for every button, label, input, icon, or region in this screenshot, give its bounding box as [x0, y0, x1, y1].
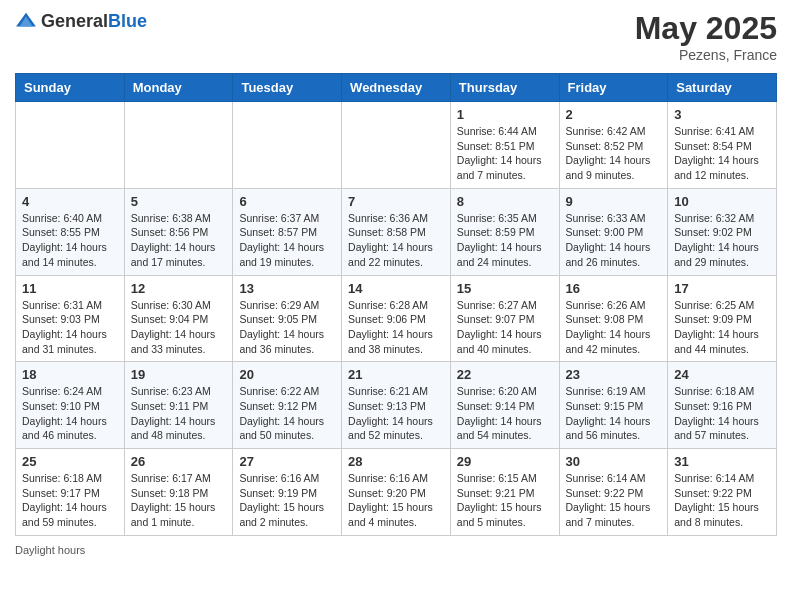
- calendar-cell: 9Sunrise: 6:33 AMSunset: 9:00 PMDaylight…: [559, 188, 668, 275]
- weekday-header-wednesday: Wednesday: [342, 74, 451, 102]
- daylight-text: Daylight: 14 hours and 46 minutes.: [22, 414, 118, 443]
- daylight-text: Daylight: 15 hours and 7 minutes.: [566, 500, 662, 529]
- day-number: 6: [239, 194, 335, 209]
- calendar-cell: 8Sunrise: 6:35 AMSunset: 8:59 PMDaylight…: [450, 188, 559, 275]
- sunset-text: Sunset: 9:11 PM: [131, 399, 227, 414]
- day-number: 28: [348, 454, 444, 469]
- day-number: 31: [674, 454, 770, 469]
- sunrise-text: Sunrise: 6:42 AM: [566, 124, 662, 139]
- calendar-cell: 6Sunrise: 6:37 AMSunset: 8:57 PMDaylight…: [233, 188, 342, 275]
- daylight-text: Daylight: 14 hours and 52 minutes.: [348, 414, 444, 443]
- sunset-text: Sunset: 9:17 PM: [22, 486, 118, 501]
- location-title: Pezens, France: [635, 47, 777, 63]
- sunset-text: Sunset: 9:04 PM: [131, 312, 227, 327]
- day-number: 5: [131, 194, 227, 209]
- daylight-text: Daylight: 15 hours and 1 minute.: [131, 500, 227, 529]
- daylight-text: Daylight: 14 hours and 12 minutes.: [674, 153, 770, 182]
- daylight-text: Daylight: 14 hours and 26 minutes.: [566, 240, 662, 269]
- sunset-text: Sunset: 9:22 PM: [674, 486, 770, 501]
- sunset-text: Sunset: 9:07 PM: [457, 312, 553, 327]
- daylight-text: Daylight: 14 hours and 59 minutes.: [22, 500, 118, 529]
- daylight-text: Daylight: 14 hours and 14 minutes.: [22, 240, 118, 269]
- day-number: 22: [457, 367, 553, 382]
- calendar-week-row: 4Sunrise: 6:40 AMSunset: 8:55 PMDaylight…: [16, 188, 777, 275]
- calendar-cell: 17Sunrise: 6:25 AMSunset: 9:09 PMDayligh…: [668, 275, 777, 362]
- day-number: 1: [457, 107, 553, 122]
- day-number: 21: [348, 367, 444, 382]
- daylight-text: Daylight: 14 hours and 44 minutes.: [674, 327, 770, 356]
- daylight-text: Daylight: 14 hours and 38 minutes.: [348, 327, 444, 356]
- sunset-text: Sunset: 9:12 PM: [239, 399, 335, 414]
- sunrise-text: Sunrise: 6:14 AM: [674, 471, 770, 486]
- weekday-header-thursday: Thursday: [450, 74, 559, 102]
- daylight-text: Daylight: 14 hours and 31 minutes.: [22, 327, 118, 356]
- sunrise-text: Sunrise: 6:32 AM: [674, 211, 770, 226]
- sunrise-text: Sunrise: 6:19 AM: [566, 384, 662, 399]
- month-title: May 2025: [635, 10, 777, 47]
- sunrise-text: Sunrise: 6:17 AM: [131, 471, 227, 486]
- day-number: 29: [457, 454, 553, 469]
- sunset-text: Sunset: 8:57 PM: [239, 225, 335, 240]
- sunset-text: Sunset: 9:00 PM: [566, 225, 662, 240]
- calendar-cell: 2Sunrise: 6:42 AMSunset: 8:52 PMDaylight…: [559, 102, 668, 189]
- sunset-text: Sunset: 8:58 PM: [348, 225, 444, 240]
- generalblue-logo-icon: [15, 10, 37, 32]
- calendar-cell: 3Sunrise: 6:41 AMSunset: 8:54 PMDaylight…: [668, 102, 777, 189]
- daylight-text: Daylight: 14 hours and 57 minutes.: [674, 414, 770, 443]
- daylight-text: Daylight: 14 hours and 48 minutes.: [131, 414, 227, 443]
- calendar-cell: 22Sunrise: 6:20 AMSunset: 9:14 PMDayligh…: [450, 362, 559, 449]
- calendar-cell: [342, 102, 451, 189]
- day-number: 17: [674, 281, 770, 296]
- calendar-cell: 24Sunrise: 6:18 AMSunset: 9:16 PMDayligh…: [668, 362, 777, 449]
- day-number: 27: [239, 454, 335, 469]
- sunrise-text: Sunrise: 6:40 AM: [22, 211, 118, 226]
- daylight-text: Daylight: 15 hours and 2 minutes.: [239, 500, 335, 529]
- sunset-text: Sunset: 8:52 PM: [566, 139, 662, 154]
- calendar-cell: 26Sunrise: 6:17 AMSunset: 9:18 PMDayligh…: [124, 449, 233, 536]
- page-header: GeneralBlue May 2025 Pezens, France: [15, 10, 777, 63]
- day-number: 18: [22, 367, 118, 382]
- calendar-cell: 14Sunrise: 6:28 AMSunset: 9:06 PMDayligh…: [342, 275, 451, 362]
- weekday-header-monday: Monday: [124, 74, 233, 102]
- daylight-text: Daylight: 14 hours and 9 minutes.: [566, 153, 662, 182]
- calendar-cell: 5Sunrise: 6:38 AMSunset: 8:56 PMDaylight…: [124, 188, 233, 275]
- sunset-text: Sunset: 9:15 PM: [566, 399, 662, 414]
- weekday-header-row: SundayMondayTuesdayWednesdayThursdayFrid…: [16, 74, 777, 102]
- sunset-text: Sunset: 9:06 PM: [348, 312, 444, 327]
- sunrise-text: Sunrise: 6:14 AM: [566, 471, 662, 486]
- daylight-label: Daylight hours: [15, 544, 85, 556]
- calendar-cell: [124, 102, 233, 189]
- sunrise-text: Sunrise: 6:41 AM: [674, 124, 770, 139]
- sunrise-text: Sunrise: 6:21 AM: [348, 384, 444, 399]
- sunset-text: Sunset: 9:03 PM: [22, 312, 118, 327]
- day-number: 12: [131, 281, 227, 296]
- day-number: 9: [566, 194, 662, 209]
- calendar-week-row: 1Sunrise: 6:44 AMSunset: 8:51 PMDaylight…: [16, 102, 777, 189]
- calendar-cell: 18Sunrise: 6:24 AMSunset: 9:10 PMDayligh…: [16, 362, 125, 449]
- daylight-text: Daylight: 14 hours and 56 minutes.: [566, 414, 662, 443]
- legend: Daylight hours: [15, 544, 777, 556]
- calendar-cell: 19Sunrise: 6:23 AMSunset: 9:11 PMDayligh…: [124, 362, 233, 449]
- day-number: 30: [566, 454, 662, 469]
- sunset-text: Sunset: 9:14 PM: [457, 399, 553, 414]
- daylight-text: Daylight: 14 hours and 33 minutes.: [131, 327, 227, 356]
- calendar-week-row: 18Sunrise: 6:24 AMSunset: 9:10 PMDayligh…: [16, 362, 777, 449]
- sunrise-text: Sunrise: 6:29 AM: [239, 298, 335, 313]
- calendar-cell: 29Sunrise: 6:15 AMSunset: 9:21 PMDayligh…: [450, 449, 559, 536]
- day-number: 2: [566, 107, 662, 122]
- sunrise-text: Sunrise: 6:22 AM: [239, 384, 335, 399]
- calendar-cell: 31Sunrise: 6:14 AMSunset: 9:22 PMDayligh…: [668, 449, 777, 536]
- sunrise-text: Sunrise: 6:20 AM: [457, 384, 553, 399]
- sunrise-text: Sunrise: 6:16 AM: [239, 471, 335, 486]
- weekday-header-tuesday: Tuesday: [233, 74, 342, 102]
- sunrise-text: Sunrise: 6:28 AM: [348, 298, 444, 313]
- sunrise-text: Sunrise: 6:44 AM: [457, 124, 553, 139]
- day-number: 26: [131, 454, 227, 469]
- weekday-header-friday: Friday: [559, 74, 668, 102]
- weekday-header-sunday: Sunday: [16, 74, 125, 102]
- daylight-text: Daylight: 14 hours and 36 minutes.: [239, 327, 335, 356]
- calendar-cell: 1Sunrise: 6:44 AMSunset: 8:51 PMDaylight…: [450, 102, 559, 189]
- daylight-text: Daylight: 14 hours and 17 minutes.: [131, 240, 227, 269]
- sunrise-text: Sunrise: 6:27 AM: [457, 298, 553, 313]
- calendar-table: SundayMondayTuesdayWednesdayThursdayFrid…: [15, 73, 777, 536]
